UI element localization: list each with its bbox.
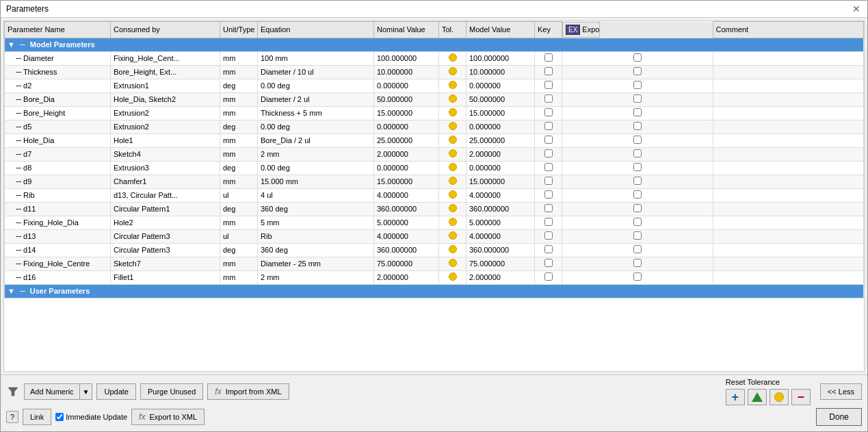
add-numeric-button[interactable]: Add Numeric [24, 383, 79, 400]
cell-export[interactable] [562, 106, 713, 120]
cell-export[interactable] [562, 51, 713, 65]
tolerance-green-button[interactable] [748, 389, 767, 405]
cell-equation[interactable]: Diameter - 25 mm [258, 257, 374, 270]
table-row[interactable]: ─ d5 Extrusion2 deg 0.00 deg 0.000000 0.… [5, 120, 864, 134]
cell-export[interactable] [562, 120, 713, 134]
cell-comment[interactable] [713, 229, 864, 243]
export-checkbox[interactable] [633, 67, 642, 75]
key-checkbox[interactable] [544, 108, 553, 116]
key-checkbox[interactable] [544, 94, 553, 103]
cell-export[interactable] [562, 92, 713, 106]
cell-comment[interactable] [713, 79, 864, 92]
add-numeric-arrow[interactable]: ▼ [79, 383, 93, 400]
cell-equation[interactable]: Bore_Dia / 2 ul [258, 134, 374, 147]
cell-key[interactable] [535, 106, 562, 120]
cell-export[interactable] [562, 229, 713, 243]
cell-export[interactable] [562, 188, 713, 202]
cell-key[interactable] [535, 134, 562, 147]
key-checkbox[interactable] [544, 163, 553, 171]
cell-comment[interactable] [713, 175, 864, 188]
cell-key[interactable] [535, 92, 562, 106]
purge-unused-button[interactable]: Purge Unused [140, 383, 203, 400]
table-row[interactable]: ─ Thickness Bore_Height, Ext... mm Diame… [5, 65, 864, 79]
cell-comment[interactable] [713, 134, 864, 147]
cell-export[interactable] [562, 65, 713, 79]
export-checkbox[interactable] [633, 218, 642, 226]
cell-equation[interactable]: 0.00 deg [258, 79, 374, 92]
table-row[interactable]: ─ d9 Chamfer1 mm 15.000 mm 15.000000 15.… [5, 175, 864, 188]
key-checkbox[interactable] [544, 190, 553, 199]
cell-key[interactable] [535, 257, 562, 270]
cell-comment[interactable] [713, 216, 864, 229]
table-row[interactable]: ─ Bore_Dia Hole_Dia, Sketch2 mm Diameter… [5, 92, 864, 106]
tolerance-plus-button[interactable]: + [726, 389, 745, 405]
export-checkbox[interactable] [633, 272, 642, 281]
cell-equation[interactable]: Diameter / 2 ul [258, 92, 374, 106]
cell-key[interactable] [535, 120, 562, 134]
cell-comment[interactable] [713, 106, 864, 120]
import-xml-button[interactable]: fx Import from XML [207, 383, 289, 400]
cell-key[interactable] [535, 65, 562, 79]
cell-comment[interactable] [713, 120, 864, 134]
cell-key[interactable] [535, 216, 562, 229]
export-checkbox[interactable] [633, 204, 642, 212]
cell-key[interactable] [535, 147, 562, 161]
table-row[interactable]: ─ d14 Circular Pattern3 deg 360 deg 360.… [5, 243, 864, 257]
table-row[interactable]: ─ d2 Extrusion1 deg 0.00 deg 0.000000 0.… [5, 79, 864, 92]
table-row[interactable]: ─ d8 Extrusion3 deg 0.00 deg 0.000000 0.… [5, 161, 864, 175]
cell-equation[interactable]: Rib [258, 229, 374, 243]
help-button[interactable]: ? [6, 411, 18, 423]
table-row[interactable]: ─ d13 Circular Pattern3 ul Rib 4.000000 … [5, 229, 864, 243]
key-checkbox[interactable] [544, 245, 553, 253]
key-checkbox[interactable] [544, 136, 553, 144]
key-checkbox[interactable] [544, 53, 553, 62]
cell-comment[interactable] [713, 270, 864, 284]
link-button[interactable]: Link [23, 409, 51, 425]
export-checkbox[interactable] [633, 231, 642, 240]
table-row[interactable]: ─ Diameter Fixing_Hole_Cent... mm 100 mm… [5, 51, 864, 65]
cell-comment[interactable] [713, 257, 864, 270]
cell-equation[interactable]: 2 mm [258, 147, 374, 161]
export-checkbox[interactable] [633, 163, 642, 171]
table-row[interactable]: ─ d7 Sketch4 mm 2 mm 2.000000 2.000000 [5, 147, 864, 161]
cell-comment[interactable] [713, 147, 864, 161]
cell-equation[interactable]: Thickness + 5 mm [258, 106, 374, 120]
key-checkbox[interactable] [544, 204, 553, 212]
update-button[interactable]: Update [96, 383, 135, 400]
cell-export[interactable] [562, 147, 713, 161]
cell-export[interactable] [562, 175, 713, 188]
key-checkbox[interactable] [544, 67, 553, 75]
cell-key[interactable] [535, 202, 562, 216]
cell-key[interactable] [535, 51, 562, 65]
export-checkbox[interactable] [633, 53, 642, 62]
cell-comment[interactable] [713, 51, 864, 65]
cell-equation[interactable]: 4 ul [258, 188, 374, 202]
cell-equation[interactable]: Diameter / 10 ul [258, 65, 374, 79]
cell-export[interactable] [562, 243, 713, 257]
cell-comment[interactable] [713, 92, 864, 106]
cell-export[interactable] [562, 161, 713, 175]
key-checkbox[interactable] [544, 122, 553, 130]
tolerance-yellow-button[interactable] [770, 389, 789, 405]
cell-key[interactable] [535, 161, 562, 175]
export-checkbox[interactable] [633, 259, 642, 267]
export-checkbox[interactable] [633, 245, 642, 253]
cell-comment[interactable] [713, 202, 864, 216]
cell-export[interactable] [562, 202, 713, 216]
export-checkbox[interactable] [633, 177, 642, 185]
cell-equation[interactable]: 0.00 deg [258, 161, 374, 175]
key-checkbox[interactable] [544, 272, 553, 281]
cell-key[interactable] [535, 270, 562, 284]
table-row[interactable]: ─ Hole_Dia Hole1 mm Bore_Dia / 2 ul 25.0… [5, 134, 864, 147]
cell-equation[interactable]: 100 mm [258, 51, 374, 65]
table-row[interactable]: ─ Rib d13, Circular Patt... ul 4 ul 4.00… [5, 188, 864, 202]
cell-equation[interactable]: 5 mm [258, 216, 374, 229]
add-numeric-split-button[interactable]: Add Numeric ▼ [24, 383, 92, 400]
key-checkbox[interactable] [544, 149, 553, 157]
table-row[interactable]: ─ d16 Fillet1 mm 2 mm 2.000000 2.000000 [5, 270, 864, 284]
cell-key[interactable] [535, 175, 562, 188]
table-row[interactable]: ─ Bore_Height Extrusion2 mm Thickness + … [5, 106, 864, 120]
cell-key[interactable] [535, 79, 562, 92]
immediate-update-checkbox-label[interactable]: Immediate Update [55, 413, 127, 421]
cell-equation[interactable]: 2 mm [258, 270, 374, 284]
